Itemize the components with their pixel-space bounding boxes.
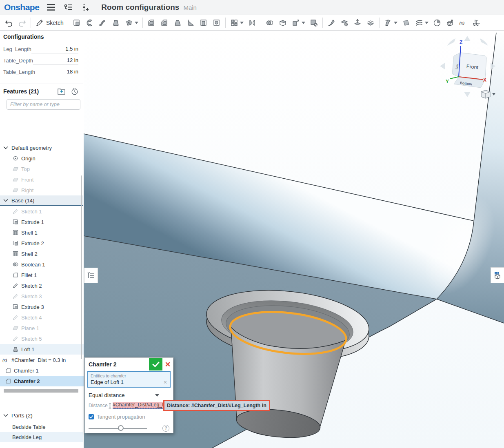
version-tree-button[interactable] xyxy=(63,2,73,13)
replace-face-button[interactable] xyxy=(364,17,377,29)
part-label: Bedside Table xyxy=(12,424,45,430)
feature-list-icon xyxy=(87,271,95,279)
transform-button[interactable] xyxy=(289,17,307,29)
config-row[interactable]: Table_Length 18 in xyxy=(3,65,78,76)
transform-icon xyxy=(291,18,300,27)
feature-label: Chamfer 1 xyxy=(14,368,39,374)
feature-label: Right xyxy=(21,187,33,193)
chamfer-icon xyxy=(160,18,169,27)
rib-button[interactable] xyxy=(184,17,197,29)
move-face-button[interactable] xyxy=(351,17,364,29)
delete-part-button[interactable] xyxy=(307,17,320,29)
chamfer-type-value: Equal distance xyxy=(89,392,125,398)
offset-surface-button[interactable] xyxy=(382,17,400,29)
sketch-button[interactable]: Sketch xyxy=(33,17,66,29)
feature-row-base-folder[interactable]: Base (14) xyxy=(0,195,83,206)
chevron-down-icon xyxy=(394,22,397,24)
entities-to-chamfer-field[interactable]: Entities to chamfer Edge of Loft 1 ✕ xyxy=(87,371,171,388)
part-row-bedside-leg[interactable]: Bedside Leg xyxy=(0,432,83,442)
delete-face-button[interactable] xyxy=(338,17,351,29)
feature-label: Sketch 5 xyxy=(21,336,42,342)
config-value[interactable]: 18 in xyxy=(35,69,78,76)
parts-header: Parts (2) xyxy=(11,413,33,419)
config-row[interactable]: Table_Depth 12 in xyxy=(3,54,78,65)
toolbar-separator xyxy=(379,18,380,28)
feature-row[interactable]: Default geometry xyxy=(0,142,86,153)
sweep-button[interactable] xyxy=(96,17,109,29)
config-value[interactable]: 12 in xyxy=(33,57,78,65)
circular-pattern-button[interactable] xyxy=(431,17,444,29)
chamfer-button[interactable] xyxy=(158,17,171,29)
dialog-slider[interactable] xyxy=(89,428,147,429)
toolbar-separator xyxy=(261,18,261,28)
main-menu-button[interactable] xyxy=(46,2,56,13)
toolbar-separator xyxy=(225,18,226,28)
toolbar-separator xyxy=(142,18,143,28)
chamfer-type-select[interactable]: Equal distance xyxy=(85,390,173,401)
tangent-propagation-row[interactable]: Tangent propagation xyxy=(85,410,173,420)
new-folder-icon[interactable] xyxy=(57,87,66,95)
feature-row-variable[interactable]: (x) #Chamfer_Dist = 0.3 in xyxy=(0,355,86,365)
divider xyxy=(0,84,83,84)
loft-button[interactable] xyxy=(109,17,122,29)
parts-header-row[interactable]: Parts (2) xyxy=(2,412,33,419)
redo-button[interactable] xyxy=(16,17,29,29)
plane-button[interactable] xyxy=(400,17,413,29)
view-cube-front-label[interactable]: Front xyxy=(466,64,479,71)
history-icon[interactable] xyxy=(70,87,79,95)
feature-row[interactable]: Origin xyxy=(0,153,95,164)
thicken-icon xyxy=(124,18,133,27)
help-icon[interactable]: ? xyxy=(162,425,169,432)
chevron-down-icon xyxy=(135,22,138,24)
split-button[interactable] xyxy=(276,17,289,29)
cancel-button[interactable]: ✕ xyxy=(162,358,173,370)
variable-icon: (x) xyxy=(2,357,9,363)
tangent-propagation-checkbox[interactable] xyxy=(89,414,94,419)
panel-scrollbar[interactable] xyxy=(81,175,82,359)
dialog-header[interactable]: Chamfer 2 ✕ xyxy=(85,358,173,371)
shell-button[interactable] xyxy=(197,17,210,29)
distance-input[interactable]: #Chamfer_Dist/#Leg_L xyxy=(113,402,169,409)
feature-row[interactable]: Top xyxy=(0,164,95,174)
clear-selection-icon[interactable]: ✕ xyxy=(163,379,167,385)
configuration-panel-toggle-button[interactable] xyxy=(491,267,504,283)
helix-button[interactable] xyxy=(413,17,431,29)
config-name: Table_Length xyxy=(3,69,35,76)
mirror-button[interactable] xyxy=(246,17,259,29)
feature-filter-input[interactable] xyxy=(7,99,80,110)
extrude-button[interactable] xyxy=(70,17,83,29)
z-axis-label: Z xyxy=(460,40,462,45)
revolve-button[interactable] xyxy=(83,17,96,29)
linear-pattern-button[interactable] xyxy=(228,17,246,29)
undo-button[interactable] xyxy=(2,17,16,29)
config-row[interactable]: Leg_Length 1.5 in xyxy=(3,42,78,53)
fillet-face-button[interactable] xyxy=(325,17,338,29)
feature-row[interactable]: Chamfer 1 xyxy=(0,365,88,376)
feature-label: Chamfer 2 xyxy=(14,378,40,384)
sketch-icon xyxy=(12,208,19,215)
part-row[interactable]: Bedside Table xyxy=(0,422,83,432)
feature-label: Fillet 1 xyxy=(21,272,37,278)
feature-label: Plane 1 xyxy=(21,325,39,331)
distance-value-selected[interactable]: #Chamfer_Dist/#Leg_L xyxy=(113,402,165,408)
sheet-metal-button[interactable] xyxy=(444,17,457,29)
thicken-button[interactable] xyxy=(122,17,140,29)
boolean-button[interactable] xyxy=(263,17,276,29)
config-value[interactable]: 1.5 in xyxy=(31,46,78,53)
hole-button[interactable] xyxy=(210,17,223,29)
fillet-button[interactable] xyxy=(145,17,158,29)
check-icon xyxy=(89,415,93,419)
create-version-button[interactable] xyxy=(80,2,91,13)
configurations-header: Configurations xyxy=(3,33,44,40)
draft-button[interactable] xyxy=(171,17,184,29)
rollback-bar[interactable] xyxy=(4,389,78,393)
svg-text:(x): (x) xyxy=(2,358,7,363)
confirm-button[interactable] xyxy=(149,358,162,370)
slider-knob[interactable] xyxy=(118,425,124,431)
feature-row-chamfer-2[interactable]: Chamfer 2 xyxy=(0,376,88,386)
graphics-area[interactable]: Front Left Bottom Z X Y xyxy=(84,31,504,448)
feature-list-toggle-button[interactable] xyxy=(84,268,98,283)
onshape-logo[interactable]: Onshape xyxy=(4,2,39,12)
primitives-button[interactable] xyxy=(470,17,483,29)
variable-button[interactable]: (x) xyxy=(457,17,470,29)
